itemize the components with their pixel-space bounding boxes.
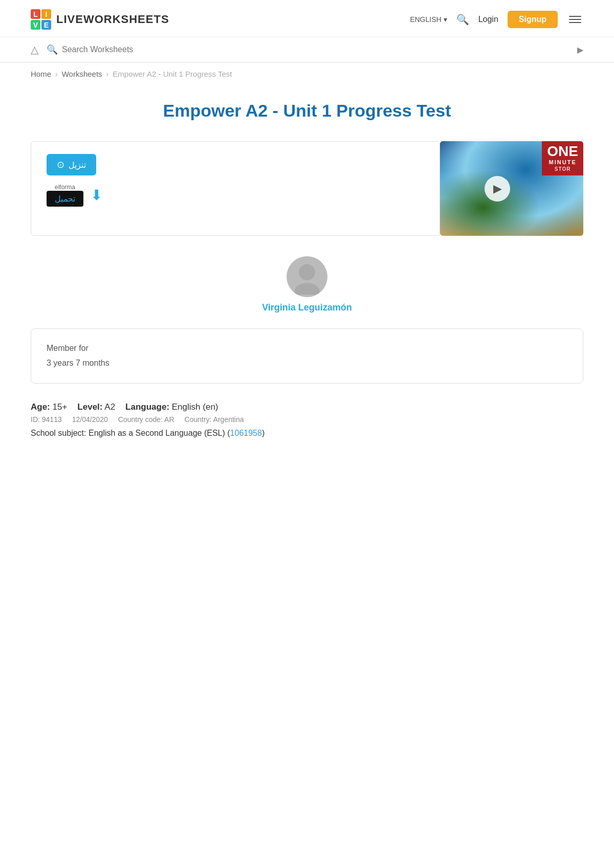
worksheet-area: ⊙ تنزيل elforma تحميل ⬇ ▶ ONE MINUTE STO… bbox=[31, 141, 583, 236]
hamburger-button[interactable] bbox=[567, 14, 583, 25]
download-label: تنزيل bbox=[69, 160, 86, 170]
member-card: Member for 3 years 7 months bbox=[31, 328, 583, 384]
video-title-label: ONE MINUTE STOR bbox=[542, 141, 583, 175]
logo-e: E bbox=[41, 20, 51, 30]
metadata-section: Age: 15+ Level: A2 Language: English (en… bbox=[31, 402, 583, 438]
hamburger-line bbox=[569, 16, 581, 17]
logo[interactable]: L I V E LIVEWORKSHEETS bbox=[31, 9, 169, 30]
avatar bbox=[287, 256, 327, 297]
arrow-right-icon[interactable]: ▶ bbox=[577, 45, 583, 55]
chevron-down-icon: ▾ bbox=[444, 15, 447, 24]
breadcrumb-home[interactable]: Home bbox=[31, 70, 51, 78]
school-subject-link[interactable]: 1061958 bbox=[230, 429, 262, 437]
member-for-label: Member for bbox=[47, 341, 567, 356]
main-content: Empower A2 - Unit 1 Progress Test ⊙ تنزي… bbox=[0, 101, 614, 438]
elforma-area: elforma تحميل ⬇ bbox=[47, 184, 424, 207]
author-name[interactable]: Virginia Leguizamón bbox=[262, 302, 352, 313]
avatar-icon bbox=[289, 259, 325, 295]
play-button[interactable]: ▶ bbox=[485, 176, 510, 202]
download-button[interactable]: ⊙ تنزيل bbox=[47, 154, 96, 175]
svg-point-0 bbox=[299, 264, 315, 281]
school-subject-end: ) bbox=[262, 429, 265, 437]
breadcrumb-worksheets[interactable]: Worksheets bbox=[62, 70, 102, 78]
video-title-minute: MINUTE bbox=[547, 159, 578, 166]
breadcrumb-sep2: › bbox=[106, 70, 109, 78]
header: L I V E LIVEWORKSHEETS ENGLISH ▾ 🔍 Login… bbox=[0, 0, 614, 37]
search-inner: 🔍 bbox=[47, 44, 569, 55]
country-code-field: Country code: AR bbox=[118, 415, 174, 424]
worksheet-preview: ⊙ تنزيل elforma تحميل ⬇ bbox=[31, 141, 440, 236]
search-button[interactable]: 🔍 bbox=[456, 13, 469, 26]
lang-label: ENGLISH bbox=[410, 15, 441, 24]
logo-v: V bbox=[31, 20, 40, 30]
video-title-story: STOR bbox=[547, 166, 578, 172]
language-label: Language: English (en) bbox=[125, 402, 218, 412]
hamburger-line bbox=[569, 22, 581, 23]
school-subject-text: School subject: English as a Second Lang… bbox=[31, 429, 230, 437]
author-section: Virginia Leguizamón bbox=[31, 256, 583, 313]
svg-point-1 bbox=[295, 283, 320, 295]
search-magnify-icon: 🔍 bbox=[47, 44, 58, 55]
search-icon: 🔍 bbox=[456, 14, 469, 25]
breadcrumb: Home › Worksheets › Empower A2 - Unit 1 … bbox=[0, 62, 614, 85]
id-field: ID: 94113 bbox=[31, 415, 62, 424]
age-label: Age: 15+ bbox=[31, 402, 67, 412]
search-bar: △ 🔍 ▶ bbox=[0, 37, 614, 62]
elforma-badge: elforma تحميل bbox=[47, 184, 83, 207]
login-button[interactable]: Login bbox=[478, 15, 498, 24]
elforma-label: elforma bbox=[55, 184, 75, 191]
logo-l: L bbox=[31, 9, 40, 19]
breadcrumb-current: Empower A2 - Unit 1 Progress Test bbox=[113, 70, 232, 78]
logo-text: LIVEWORKSHEETS bbox=[56, 13, 169, 26]
download-icon: ⊙ bbox=[57, 159, 64, 170]
level-label: Level: A2 bbox=[77, 402, 115, 412]
page-title: Empower A2 - Unit 1 Progress Test bbox=[31, 101, 583, 121]
breadcrumb-sep: › bbox=[55, 70, 58, 78]
date-field: 12/04/2020 bbox=[72, 415, 108, 424]
elforma-button[interactable]: تحميل bbox=[47, 191, 83, 207]
hamburger-line bbox=[569, 19, 581, 20]
member-duration: 3 years 7 months bbox=[47, 356, 567, 371]
download-arrow-icon[interactable]: ⬇ bbox=[91, 187, 102, 204]
home-icon[interactable]: △ bbox=[31, 43, 38, 56]
country-field: Country: Argentina bbox=[185, 415, 244, 424]
meta-line3: School subject: English as a Second Lang… bbox=[31, 429, 583, 438]
video-title-one: ONE bbox=[547, 144, 578, 159]
meta-line1: Age: 15+ Level: A2 Language: English (en… bbox=[31, 402, 583, 412]
signup-button[interactable]: Signup bbox=[508, 11, 558, 28]
meta-line2: ID: 94113 12/04/2020 Country code: AR Co… bbox=[31, 415, 583, 424]
language-button[interactable]: ENGLISH ▾ bbox=[410, 15, 447, 24]
logo-i: I bbox=[41, 9, 51, 19]
search-input[interactable] bbox=[62, 45, 569, 54]
logo-box: L I V E bbox=[31, 9, 51, 30]
video-thumbnail[interactable]: ▶ ONE MINUTE STOR bbox=[440, 141, 583, 236]
header-right: ENGLISH ▾ 🔍 Login Signup bbox=[410, 11, 583, 28]
